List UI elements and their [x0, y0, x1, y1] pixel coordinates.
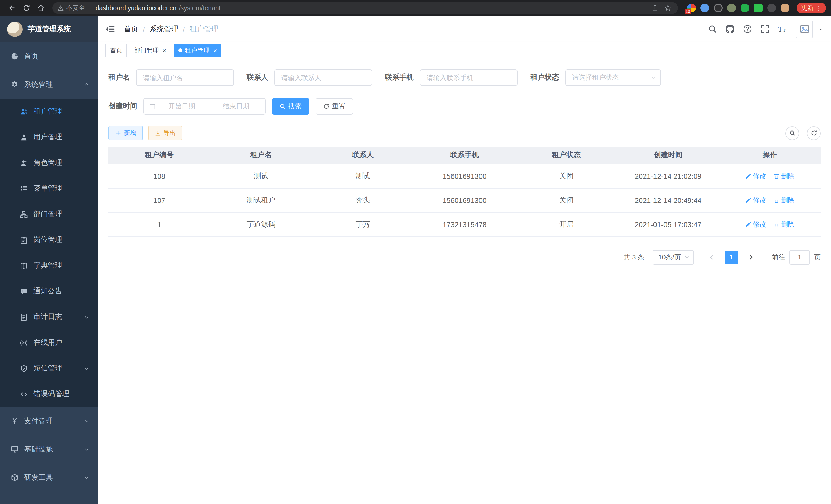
sidebar-item[interactable]: 字典管理 [0, 253, 98, 278]
chevron-down-icon [84, 418, 89, 424]
goto-page-input[interactable] [790, 250, 810, 264]
sidebar-item[interactable]: 通知公告 [0, 278, 98, 304]
tab-item[interactable]: 首页 [105, 44, 127, 57]
breadcrumb: 首页/系统管理/租户管理 [124, 24, 219, 34]
chevron-up-icon [84, 82, 89, 87]
menu-tree-icon [20, 185, 28, 192]
address-bar[interactable]: 不安全 dashboard.yudao.iocoder.cn/system/te… [52, 2, 678, 14]
tenant-table: 租户编号租户名联系人联系手机租户状态创建时间操作 108测试测试15601691… [109, 147, 821, 237]
page-size-select[interactable]: 10条/页 [653, 250, 694, 264]
svg-text:T: T [783, 28, 786, 33]
browser-update-button[interactable]: 更新 [797, 3, 826, 13]
svg-text:T: T [778, 25, 782, 33]
blue-extension-icon[interactable] [700, 4, 709, 12]
toolbar-right [785, 126, 821, 140]
reset-button-icon [323, 103, 329, 110]
tab-item-active[interactable]: 租户管理× [173, 44, 222, 57]
breadcrumb-item[interactable]: 系统管理 [149, 24, 178, 34]
extension-badge: 10 [685, 9, 691, 14]
sidebar-item[interactable]: 错误码管理 [0, 381, 98, 407]
sidebar-item[interactable]: 首页 [0, 42, 98, 70]
tab-item[interactable]: 部门管理× [130, 44, 171, 57]
share-icon[interactable] [650, 3, 660, 13]
bookmark-star-icon[interactable] [662, 3, 673, 13]
edit-button[interactable]: 修改 [745, 171, 766, 181]
create-time-range-picker[interactable]: 开始日期 - 结束日期 [143, 98, 266, 115]
edit-button[interactable]: 修改 [745, 219, 766, 229]
tab-close-icon[interactable]: × [213, 47, 217, 54]
sidebar-item[interactable]: 角色管理 [0, 150, 98, 176]
dark-pin-extension-icon[interactable] [767, 4, 776, 12]
dict-icon [20, 262, 28, 269]
page-unit: 页 [814, 253, 821, 262]
add-button[interactable]: 新增 [109, 126, 143, 140]
export-button[interactable]: 导出 [148, 126, 182, 140]
next-page-button[interactable] [744, 250, 757, 264]
tenant-status-select[interactable]: 请选择租户状态 [565, 69, 661, 86]
tenant-name-label: 租户名 [109, 73, 130, 82]
total-count: 共 3 条 [624, 253, 644, 262]
phone-input[interactable] [420, 69, 517, 86]
app-logo[interactable]: 芋道管理系统 [0, 16, 98, 42]
page-number-1[interactable]: 1 [725, 250, 738, 264]
sidebar-item[interactable]: 岗位管理 [0, 227, 98, 253]
dark-ring-extension-icon[interactable] [714, 4, 722, 12]
tenant-name-input[interactable] [136, 69, 234, 86]
sidebar-item[interactable]: 部门管理 [0, 201, 98, 227]
cell-contact: 芋艿 [312, 212, 414, 236]
green-circle-extension-icon[interactable] [741, 4, 749, 12]
toggle-search-button[interactable] [785, 126, 799, 140]
delete-button[interactable]: 删除 [773, 196, 795, 205]
refresh-table-button[interactable] [807, 126, 821, 140]
sidebar-item[interactable]: 用户管理 [0, 124, 98, 150]
tenant-name-field: 租户名 [109, 69, 234, 86]
update-button-label: 更新 [801, 4, 813, 12]
contact-input[interactable] [275, 69, 372, 86]
search-icon [789, 130, 795, 136]
tab-close-icon[interactable]: × [163, 47, 166, 54]
table-row: 107测试租户秃头15601691300关闭2021-12-14 20:49:4… [109, 188, 821, 212]
user-menu-caret-icon[interactable] [818, 26, 823, 32]
header-github-icon[interactable] [726, 25, 735, 33]
olive-extension-icon[interactable] [727, 4, 736, 12]
cell-tenant-name: 测试租户 [210, 188, 312, 212]
browser-menu-icon[interactable] [815, 5, 821, 11]
sidebar-item[interactable]: 租户管理 [0, 99, 98, 124]
sidebar-item[interactable]: 在线用户 [0, 330, 98, 356]
column-header: 联系手机 [414, 147, 515, 164]
table-header-row: 租户编号租户名联系人联系手机租户状态创建时间操作 [109, 147, 821, 164]
sidebar-collapse-icon[interactable] [105, 24, 115, 34]
user-avatar[interactable] [796, 20, 813, 38]
cell-tenant-id: 108 [109, 164, 210, 188]
prev-page-button[interactable] [705, 250, 718, 264]
breadcrumb-item[interactable]: 首页 [124, 24, 138, 34]
sidebar-item[interactable]: 短信管理 [0, 356, 98, 381]
search-button[interactable]: 搜索 [272, 98, 309, 115]
home-icon[interactable] [34, 1, 47, 14]
sidebar-item[interactable]: 支付管理 [0, 407, 98, 435]
header-fullscreen-icon[interactable] [761, 25, 769, 33]
green-chat-extension-icon[interactable] [754, 4, 763, 12]
sidebar-item[interactable]: 研发工具 [0, 464, 98, 492]
sidebar-item[interactable]: 审计日志 [0, 304, 98, 330]
delete-button[interactable]: 删除 [773, 219, 795, 229]
edit-button-label: 修改 [753, 171, 766, 181]
delete-button[interactable]: 删除 [773, 171, 795, 181]
sidebar-item[interactable]: 系统管理 [0, 70, 98, 99]
header-fontsize-icon[interactable]: TT [778, 25, 787, 33]
reload-icon[interactable] [20, 1, 33, 14]
cell-status: 关闭 [515, 164, 617, 188]
edit-button[interactable]: 修改 [745, 196, 766, 205]
header-search-icon[interactable] [708, 25, 717, 33]
colorful-extension-icon[interactable]: 10 [687, 4, 696, 12]
tan-avatar-extension-icon[interactable] [781, 4, 790, 12]
sidebar-item[interactable]: 菜单管理 [0, 176, 98, 201]
sidebar-item[interactable]: 基础设施 [0, 435, 98, 464]
header-question-icon[interactable] [743, 25, 752, 33]
header-actions: TT [708, 20, 823, 38]
column-header: 租户状态 [515, 147, 617, 164]
refresh-icon [811, 130, 817, 136]
date-start-placeholder: 开始日期 [158, 102, 206, 111]
reset-button[interactable]: 重置 [316, 98, 353, 115]
back-icon[interactable] [5, 1, 19, 14]
